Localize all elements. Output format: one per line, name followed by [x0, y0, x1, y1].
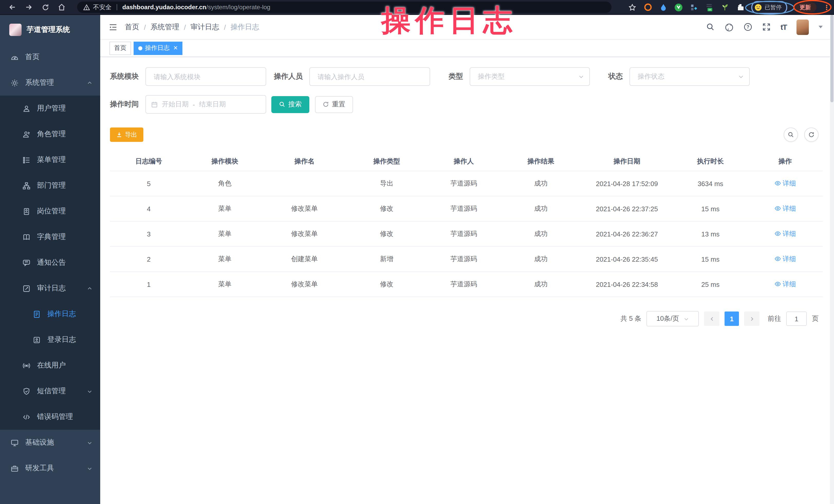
dashboard-icon	[11, 53, 19, 61]
page-size-select[interactable]: 10条/页	[646, 311, 699, 326]
chevron-down-icon	[87, 388, 92, 394]
detail-link[interactable]: 详细	[774, 204, 796, 213]
eye-icon	[774, 180, 781, 187]
detail-link[interactable]: 详细	[774, 280, 796, 289]
url-bar[interactable]: 不安全 dashboard.yudao.iocoder.cn /system/l…	[77, 2, 612, 13]
tag-operate-log[interactable]: 操作日志 ✕	[134, 41, 182, 55]
search-button-label: 搜索	[288, 100, 302, 109]
app-logo-row[interactable]: 芋道管理系统	[0, 15, 100, 44]
extensions-puzzle-icon[interactable]	[736, 3, 745, 12]
close-icon[interactable]: ✕	[173, 45, 178, 51]
sidebar-item-login-log[interactable]: 登录日志	[0, 327, 100, 353]
chevron-down-icon	[738, 73, 744, 80]
extension-sprout-icon[interactable]	[720, 3, 729, 12]
back-icon[interactable]	[8, 3, 17, 12]
breadcrumb-audit[interactable]: 审计日志	[191, 22, 219, 31]
paused-badge[interactable]: 已暂停	[751, 1, 787, 14]
col-header: 操作	[748, 152, 823, 171]
url-divider	[117, 4, 117, 10]
sidebar-item-posts[interactable]: 岗位管理	[0, 198, 100, 224]
sidebar-item-label: 部门管理	[37, 181, 66, 190]
sidebar-item-depts[interactable]: 部门管理	[0, 173, 100, 198]
browser-menu-icon[interactable]: ⋮	[823, 4, 830, 10]
screen: 不安全 dashboard.yudao.iocoder.cn /system/l…	[0, 0, 834, 504]
app-title: 芋道管理系统	[27, 25, 70, 34]
table-toolbar: 导出	[110, 128, 823, 142]
search-icon[interactable]	[706, 23, 715, 31]
sidebar-item-menus[interactable]: 菜单管理	[0, 147, 100, 173]
sidebar-item-home[interactable]: 首页	[0, 44, 100, 70]
edit-square-icon	[23, 285, 30, 292]
browser-actions: on 已暂停 更新 ⋮	[628, 1, 830, 14]
reload-icon[interactable]	[41, 3, 50, 12]
help-icon[interactable]: ?	[744, 23, 752, 31]
sidebar-item-label: 操作日志	[47, 309, 76, 319]
type-select[interactable]: 操作类型	[470, 67, 590, 86]
download-icon	[116, 132, 122, 138]
sidebar-item-label: 短信管理	[37, 387, 66, 396]
operate-log-table: 日志编号 操作模块 操作名 操作类型 操作人 操作结果 操作日期 执行时长 操作…	[110, 152, 823, 297]
home-icon[interactable]	[57, 3, 66, 12]
sidebar-item-notices[interactable]: 通知公告	[0, 250, 100, 276]
extension-drop-icon[interactable]	[659, 3, 667, 12]
update-badge[interactable]: 更新	[794, 2, 816, 12]
show-search-button[interactable]	[784, 128, 798, 142]
cell: 修改	[347, 196, 426, 221]
detail-link[interactable]: 详细	[774, 229, 796, 239]
sidebar-item-operate-log[interactable]: 操作日志	[0, 301, 100, 327]
sidebar-item-online-users[interactable]: 在线用户	[0, 353, 100, 378]
breadcrumb-system[interactable]: 系统管理	[151, 22, 179, 31]
sidebar-item-sms[interactable]: 短信管理	[0, 378, 100, 404]
extension-ublock-icon[interactable]	[643, 3, 652, 12]
sidebar-item-dicts[interactable]: 字典管理	[0, 224, 100, 250]
scrollbar-thumb[interactable]	[830, 15, 833, 102]
sidebar-item-dev-tools[interactable]: 研发工具	[0, 455, 100, 481]
status-select[interactable]: 操作状态	[630, 67, 750, 86]
extension-vue-devtools-icon[interactable]	[674, 3, 683, 12]
avatar-caret-icon[interactable]	[818, 26, 823, 28]
sidebar-item-infra[interactable]: 基础设施	[0, 430, 100, 455]
table-header-row: 日志编号 操作模块 操作名 操作类型 操作人 操作结果 操作日期 执行时长 操作	[110, 152, 823, 171]
security-label[interactable]: 不安全	[93, 3, 111, 12]
page-1-button[interactable]: 1	[725, 311, 739, 326]
sidebar-item-error-codes[interactable]: 错误码管理	[0, 404, 100, 430]
refresh-button[interactable]	[804, 128, 818, 142]
cell: 3634 ms	[673, 171, 748, 196]
eye-icon	[774, 231, 781, 237]
search-button[interactable]: 搜索	[271, 96, 309, 113]
reset-button[interactable]: 重置	[315, 96, 353, 113]
type-label: 类型	[448, 72, 463, 81]
breadcrumb-home[interactable]: 首页	[125, 22, 139, 31]
date-range-picker[interactable]: 开始日期 - 结束日期	[146, 95, 266, 114]
bookmark-star-icon[interactable]	[628, 3, 637, 12]
scrollbar[interactable]	[830, 15, 834, 504]
sidebar-item-label: 研发工具	[25, 464, 54, 473]
sidebar-item-system[interactable]: 系统管理	[0, 70, 100, 95]
chevron-left-icon	[709, 316, 715, 322]
extension-switch-on-icon[interactable]: on	[705, 3, 714, 12]
sidebar-item-audit-log[interactable]: 审计日志	[0, 276, 100, 301]
sidebar-fold-icon[interactable]	[108, 22, 118, 31]
extension-grid-icon[interactable]	[689, 3, 698, 12]
avatar[interactable]	[796, 19, 809, 35]
sidebar-item-users[interactable]: 用户管理	[0, 95, 100, 121]
prev-page-button[interactable]	[704, 311, 719, 326]
sidebar-item-roles[interactable]: 角色管理	[0, 121, 100, 147]
status-label: 状态	[609, 72, 623, 81]
operator-input[interactable]	[309, 67, 430, 86]
url-path: /system/log/operate-log	[206, 4, 270, 11]
detail-link[interactable]: 详细	[774, 255, 796, 264]
font-size-icon[interactable]: tT	[781, 23, 787, 31]
sidebar-item-label: 首页	[25, 52, 40, 62]
fullscreen-icon[interactable]	[762, 23, 771, 31]
forward-icon[interactable]	[24, 3, 34, 12]
github-icon[interactable]	[725, 22, 734, 31]
export-button[interactable]: 导出	[110, 128, 144, 142]
goto-page-input[interactable]	[786, 311, 807, 326]
tag-home[interactable]: 首页	[109, 41, 131, 55]
module-input[interactable]	[146, 67, 266, 86]
detail-link[interactable]: 详细	[774, 179, 796, 188]
next-page-button[interactable]	[744, 311, 760, 326]
sidebar-item-label: 审计日志	[37, 284, 66, 293]
navbar-actions: ? tT	[706, 19, 823, 35]
